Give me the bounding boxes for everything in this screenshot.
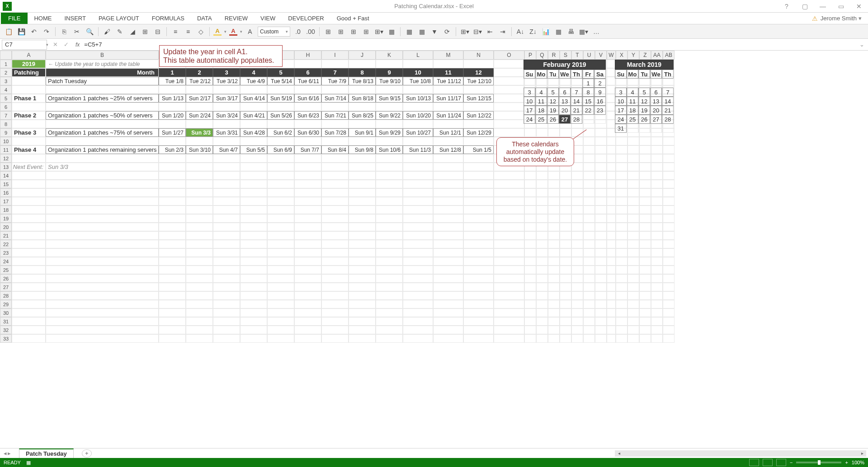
cell[interactable] xyxy=(595,274,607,283)
row-header-22[interactable]: 22 xyxy=(0,240,12,248)
cell[interactable] xyxy=(627,145,639,154)
cell[interactable] xyxy=(536,308,548,317)
cell[interactable] xyxy=(595,248,607,257)
cell[interactable] xyxy=(583,214,595,223)
cell[interactable] xyxy=(651,214,663,223)
cell[interactable] xyxy=(12,223,46,231)
cell[interactable] xyxy=(651,171,663,180)
cell[interactable] xyxy=(321,257,349,266)
cell[interactable] xyxy=(433,154,463,163)
cell[interactable] xyxy=(159,326,186,334)
cell[interactable] xyxy=(639,283,651,291)
cell[interactable] xyxy=(639,266,651,274)
cell[interactable] xyxy=(159,223,186,231)
row-header-33[interactable]: 33 xyxy=(0,334,12,343)
cell[interactable] xyxy=(494,240,524,248)
cell[interactable] xyxy=(560,205,571,214)
cell[interactable] xyxy=(548,214,560,223)
cell[interactable] xyxy=(595,128,607,137)
cell[interactable] xyxy=(321,120,349,128)
cell[interactable] xyxy=(524,283,536,291)
row-header-24[interactable]: 24 xyxy=(0,257,12,266)
sort-za-icon[interactable]: Z↓ xyxy=(528,27,538,37)
cell[interactable] xyxy=(560,180,571,188)
cell[interactable] xyxy=(376,188,403,197)
cell[interactable] xyxy=(213,317,240,326)
cell[interactable] xyxy=(595,308,607,317)
sheet-nav-first-icon[interactable]: ◂ xyxy=(4,450,7,457)
cell-month-10[interactable]: 10 xyxy=(403,68,433,77)
close-icon[interactable]: ✕ xyxy=(850,3,868,10)
cell-month-3[interactable]: 3 xyxy=(213,68,240,77)
cell[interactable] xyxy=(213,308,240,317)
cell[interactable] xyxy=(571,197,583,205)
row-header-18[interactable]: 18 xyxy=(0,205,12,214)
cell[interactable] xyxy=(651,334,663,343)
cell[interactable] xyxy=(433,137,463,145)
cell[interactable] xyxy=(321,334,349,343)
cell[interactable] xyxy=(627,308,639,317)
cell[interactable] xyxy=(571,334,583,343)
col-header-O[interactable]: O xyxy=(494,51,524,60)
cell[interactable] xyxy=(159,283,186,291)
col-header-A[interactable]: A xyxy=(12,51,46,60)
cell[interactable] xyxy=(240,231,267,240)
col-header-Z[interactable]: Z xyxy=(639,51,651,60)
cell[interactable] xyxy=(321,266,349,274)
cell[interactable] xyxy=(294,308,321,317)
cell[interactable] xyxy=(583,163,595,171)
cell-date[interactable]: Sun 5/5 xyxy=(240,145,267,154)
delete-rows-icon[interactable]: ⊟▾ xyxy=(472,27,482,37)
cell[interactable] xyxy=(349,60,376,68)
cell[interactable] xyxy=(651,266,663,274)
help-icon[interactable]: ? xyxy=(778,3,796,10)
cell[interactable] xyxy=(213,205,240,214)
cell-date[interactable]: Sun 3/3 xyxy=(186,128,213,137)
cell[interactable] xyxy=(376,248,403,257)
cell[interactable] xyxy=(536,205,548,214)
cell[interactable] xyxy=(294,60,321,68)
cell-date[interactable]: Sun 10/6 xyxy=(376,145,403,154)
cell[interactable] xyxy=(186,171,213,180)
cell[interactable] xyxy=(240,197,267,205)
cell-date[interactable]: Sun 6/23 xyxy=(294,111,321,120)
cell[interactable] xyxy=(560,128,571,137)
cell[interactable] xyxy=(583,154,595,163)
cell[interactable] xyxy=(463,291,494,300)
cell[interactable] xyxy=(494,111,524,120)
cell[interactable] xyxy=(571,248,583,257)
cell[interactable] xyxy=(583,266,595,274)
row-header-4[interactable]: 4 xyxy=(0,85,12,94)
cell[interactable] xyxy=(494,326,524,334)
cell[interactable] xyxy=(536,171,548,180)
cell[interactable] xyxy=(607,111,616,120)
tab-formulas[interactable]: FORMULAS xyxy=(146,13,191,24)
cell[interactable] xyxy=(12,248,46,257)
print-preview-icon[interactable]: 🔍 xyxy=(85,27,94,37)
cell-year-hint[interactable]: ← Update the year to update the table xyxy=(46,60,159,68)
cell[interactable] xyxy=(403,231,433,240)
cell[interactable] xyxy=(663,171,675,180)
cell-date[interactable]: Sun 9/1 xyxy=(349,128,376,137)
cell[interactable] xyxy=(403,274,433,283)
cell-month-4[interactable]: 4 xyxy=(240,68,267,77)
cell[interactable] xyxy=(595,283,607,291)
cell[interactable] xyxy=(663,145,675,154)
cell[interactable] xyxy=(376,308,403,317)
cell-phase-label[interactable]: Phase 2 xyxy=(12,111,46,120)
cell-date[interactable]: Tue 8/13 xyxy=(349,77,376,85)
cell[interactable] xyxy=(494,171,524,180)
cell[interactable] xyxy=(616,317,627,326)
cell[interactable] xyxy=(321,231,349,240)
cell-date[interactable]: Sun 6/2 xyxy=(267,128,294,137)
cell[interactable] xyxy=(463,163,494,171)
row-header-20[interactable]: 20 xyxy=(0,223,12,231)
increase-decimal-icon[interactable]: .0 xyxy=(293,27,303,37)
cell[interactable] xyxy=(376,257,403,266)
cell[interactable] xyxy=(571,188,583,197)
cell[interactable] xyxy=(403,300,433,308)
cell[interactable] xyxy=(267,240,294,248)
cell[interactable] xyxy=(267,274,294,283)
cell[interactable] xyxy=(463,180,494,188)
cell[interactable] xyxy=(651,145,663,154)
